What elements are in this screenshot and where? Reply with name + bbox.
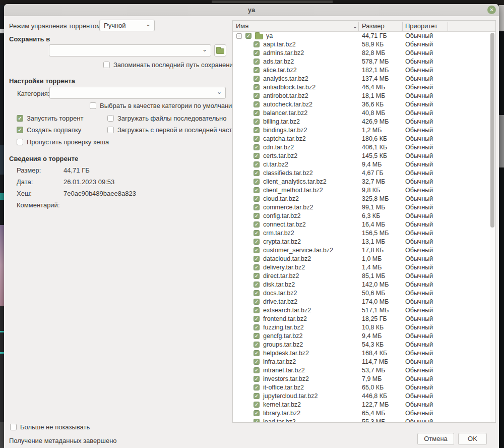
file-priority[interactable]: Обычный (405, 332, 433, 340)
file-checkbox[interactable]: ✓ (254, 239, 260, 245)
file-row[interactable]: ✓jupytercloud.tar.bz2446,8 КБОбычный (233, 392, 495, 401)
file-checkbox[interactable]: ✓ (254, 101, 260, 107)
file-row[interactable]: ✓captcha.tar.bz2180,6 КБОбычный (233, 135, 495, 143)
file-row[interactable]: ✓load.tar.bz255,3 МБОбычный (233, 418, 495, 423)
file-row[interactable]: ✓client_method.tar.bz29,8 КБОбычный (233, 186, 495, 195)
file-checkbox[interactable]: ✓ (254, 59, 260, 65)
file-priority[interactable]: Обычный (405, 272, 433, 279)
file-row[interactable]: ✓library.tar.bz265,4 МБОбычный (233, 409, 495, 418)
file-row[interactable]: ✓antiadblock.tar.bz246,4 МБОбычный (233, 83, 495, 92)
file-row[interactable]: ✓frontend.tar.bz218,25 ГБОбычный (233, 315, 495, 323)
file-checkbox[interactable]: ✓ (254, 359, 260, 365)
column-header-priority[interactable]: Приоритет (405, 22, 437, 30)
file-checkbox[interactable]: ✓ (254, 264, 260, 270)
file-priority[interactable]: Обычный (405, 298, 433, 305)
file-checkbox[interactable]: ✓ (254, 187, 260, 193)
category-select[interactable]: ⌄ (49, 87, 226, 99)
file-priority[interactable]: Обычный (405, 221, 433, 228)
file-row[interactable]: ✓admins.tar.bz282,8 МБОбычный (233, 49, 495, 58)
never-show-checkbox[interactable]: ✓ (10, 424, 17, 430)
file-checkbox[interactable]: ✓ (254, 76, 260, 82)
file-row[interactable]: ✓gencfg.tar.bz29,4 МБОбычный (233, 332, 495, 341)
file-checkbox[interactable]: ✓ (254, 84, 260, 90)
column-header-name[interactable]: Имя (236, 22, 248, 30)
file-priority[interactable]: Обычный (405, 367, 433, 374)
remember-path-checkbox[interactable]: ✓ (103, 62, 110, 68)
file-row[interactable]: ✓extsearch.tar.bz2517,1 МБОбычный (233, 306, 495, 315)
file-priority[interactable]: Обычный (405, 212, 433, 219)
file-priority[interactable]: Обычный (405, 315, 433, 322)
file-checkbox[interactable]: ✓ (254, 127, 260, 133)
file-row[interactable]: ✓investors.tar.bz27,9 МБОбычный (233, 375, 495, 383)
file-priority[interactable]: Обычный (405, 58, 433, 65)
file-priority[interactable]: Обычный (405, 195, 433, 202)
file-priority[interactable]: Обычный (405, 144, 433, 151)
file-checkbox[interactable]: ✓ (245, 33, 251, 39)
file-checkbox[interactable]: ✓ (254, 221, 260, 228)
file-priority[interactable]: Обычный (405, 67, 433, 74)
file-priority[interactable]: Обычный (405, 204, 433, 211)
file-priority[interactable]: Обычный (405, 375, 433, 382)
file-checkbox[interactable]: ✓ (254, 179, 260, 185)
file-checkbox[interactable]: ✓ (254, 204, 260, 210)
file-priority[interactable]: Обычный (405, 264, 433, 271)
file-priority[interactable]: Обычный (405, 135, 433, 142)
file-checkbox[interactable]: ✓ (254, 196, 260, 202)
file-priority[interactable]: Обычный (405, 178, 433, 185)
file-checkbox[interactable]: ✓ (254, 170, 260, 176)
file-checkbox[interactable]: ✓ (254, 290, 260, 296)
expander-icon[interactable]: − (236, 33, 242, 39)
file-row[interactable]: ✓bindings.tar.bz21,2 МБОбычный (233, 126, 495, 135)
file-priority[interactable]: Обычный (405, 307, 433, 314)
file-priority[interactable]: Обычный (405, 393, 433, 400)
file-checkbox[interactable]: ✓ (254, 273, 260, 279)
file-priority[interactable]: Обычный (405, 290, 433, 297)
file-priority[interactable]: Обычный (405, 49, 433, 57)
file-row[interactable]: ✓certs.tar.bz2145,5 КБОбычный (233, 152, 495, 160)
file-row[interactable]: ✓autocheck.tar.bz236,6 КБОбычный (233, 100, 495, 109)
file-priority[interactable]: Обычный (405, 170, 433, 177)
file-priority[interactable]: Обычный (405, 187, 433, 194)
file-row[interactable]: ✓billing.tar.bz2426,9 МБОбычный (233, 118, 495, 126)
file-priority[interactable]: Обычный (405, 401, 433, 408)
vertical-scrollbar[interactable] (490, 33, 494, 422)
file-checkbox[interactable]: ✓ (254, 93, 260, 99)
ok-button[interactable]: OK (458, 433, 487, 445)
file-checkbox[interactable]: ✓ (254, 307, 260, 313)
file-row[interactable]: ✓crm.tar.bz2156,5 МБОбычный (233, 229, 495, 238)
file-checkbox[interactable]: ✓ (254, 213, 260, 219)
file-checkbox[interactable]: ✓ (254, 324, 260, 330)
file-priority[interactable]: Обычный (405, 118, 433, 125)
file-checkbox[interactable]: ✓ (254, 419, 260, 423)
file-checkbox[interactable]: ✓ (254, 230, 260, 236)
close-button[interactable]: ✕ (487, 6, 496, 14)
file-priority[interactable]: Обычный (405, 32, 433, 39)
file-row[interactable]: ✓commerce.tar.bz299,1 МБОбычный (233, 203, 495, 212)
file-priority[interactable]: Обычный (405, 41, 433, 48)
management-mode-select[interactable]: Ручной ⌄ (99, 20, 155, 31)
file-priority[interactable]: Обычный (405, 324, 433, 331)
file-row[interactable]: ✓aapi.tar.bz258,9 КБОбычный (233, 40, 495, 49)
file-row[interactable]: ✓crypta.tar.bz213,1 МБОбычный (233, 238, 495, 246)
file-priority[interactable]: Обычный (405, 101, 433, 108)
file-row[interactable]: ✓cloud.tar.bz2325,8 МБОбычный (233, 195, 495, 203)
file-row[interactable]: ✓it-office.tar.bz265,0 КБОбычный (233, 383, 495, 392)
file-row[interactable]: ✓infra.tar.bz2114,7 МБОбычный (233, 358, 495, 366)
file-row[interactable]: ✓client_analytics.tar.bz232,7 МБОбычный (233, 178, 495, 186)
file-checkbox[interactable]: ✓ (254, 393, 260, 399)
cancel-button[interactable]: Отмена (417, 433, 454, 445)
save-path-combobox[interactable]: ⌄ (49, 44, 211, 57)
file-row[interactable]: ✓antirobot.tar.bz218,1 МБОбычный (233, 92, 495, 100)
file-row[interactable]: ✓delivery.tar.bz21,4 МБОбычный (233, 263, 495, 272)
file-priority[interactable]: Обычный (405, 418, 433, 423)
file-priority[interactable]: Обычный (405, 152, 433, 159)
file-checkbox[interactable]: ✓ (254, 161, 260, 167)
file-priority[interactable]: Обычный (405, 84, 433, 91)
file-priority[interactable]: Обычный (405, 281, 433, 288)
file-row[interactable]: ✓customer_service.tar.bz217,8 КБОбычный (233, 246, 495, 255)
start-torrent-checkbox[interactable]: ✓ (17, 115, 23, 122)
file-checkbox[interactable]: ✓ (254, 41, 260, 47)
file-checkbox[interactable]: ✓ (254, 316, 260, 322)
first-last-pieces-checkbox[interactable]: ✓ (107, 127, 114, 133)
file-checkbox[interactable]: ✓ (254, 367, 260, 373)
